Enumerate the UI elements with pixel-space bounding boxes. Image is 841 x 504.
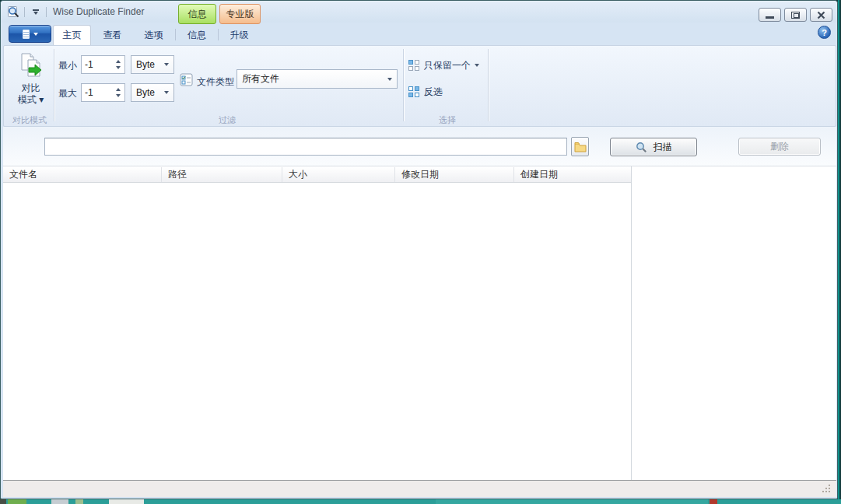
window-title: Wise Duplicate Finder xyxy=(53,6,144,17)
taskbar-sliver xyxy=(0,499,841,504)
tab-home[interactable]: 主页 xyxy=(53,25,91,45)
minimize-icon xyxy=(766,16,774,19)
taskbar-fragment xyxy=(75,499,83,504)
folder-icon xyxy=(574,142,587,152)
file-type-value: 所有文件 xyxy=(242,72,279,86)
column-header-size[interactable]: 大小 xyxy=(282,167,395,182)
spin-up-icon xyxy=(116,88,121,91)
group-separator xyxy=(54,49,54,121)
titlebar: Wise Duplicate Finder 信息 专业版 xyxy=(1,1,837,23)
column-header-modified-date[interactable]: 修改日期 xyxy=(395,167,514,182)
chevron-down-icon xyxy=(387,78,392,81)
keep-one-label: 只保留一个 xyxy=(424,59,471,72)
quick-access-dropdown-button[interactable] xyxy=(29,6,42,18)
invert-selection-button[interactable]: 反选 xyxy=(408,85,443,99)
compare-mode-button[interactable]: 对比 模式 ▾ xyxy=(10,48,51,113)
contextual-badge-pro[interactable]: 专业版 xyxy=(219,4,261,24)
min-size-spin-buttons[interactable] xyxy=(112,56,124,73)
ribbon-body: 对比 模式 ▾ 对比模式 最小 Byte 最大 Byte xyxy=(3,45,836,127)
search-icon xyxy=(636,142,647,153)
taskbar-fragment xyxy=(51,499,68,504)
compare-mode-label-line2: 模式 ▾ xyxy=(18,94,44,106)
column-header-path[interactable]: 路径 xyxy=(162,167,282,182)
results-area: 文件名 路径 大小 修改日期 创建日期 xyxy=(3,166,836,480)
max-unit-value: Byte xyxy=(136,87,155,98)
close-button[interactable] xyxy=(810,8,832,22)
max-size-label: 最大 xyxy=(58,87,77,100)
taskbar-fragment xyxy=(8,499,26,504)
tab-upgrade[interactable]: 升级 xyxy=(219,25,260,45)
chevron-down-icon xyxy=(475,64,479,67)
app-window: Wise Duplicate Finder 信息 专业版 主页 查看 选项 信息… xyxy=(0,0,838,499)
max-unit-dropdown[interactable]: Byte xyxy=(131,83,174,102)
app-logo-magnifier-icon xyxy=(7,5,20,19)
resize-grip-icon[interactable] xyxy=(822,484,832,494)
invert-selection-icon xyxy=(408,86,420,98)
spin-up-icon xyxy=(116,60,121,63)
max-size-spinner xyxy=(81,83,125,102)
chevron-down-icon xyxy=(33,12,38,15)
invert-selection-label: 反选 xyxy=(424,86,443,99)
maximize-icon xyxy=(791,12,800,19)
taskbar-fragment xyxy=(109,499,144,504)
app-menu-button[interactable] xyxy=(9,25,51,43)
column-header-filename[interactable]: 文件名 xyxy=(3,167,162,182)
ribbon-tab-row: 主页 查看 选项 信息 升级 ? xyxy=(1,23,837,45)
group-separator xyxy=(403,49,404,121)
keep-one-icon xyxy=(408,60,420,72)
taskbar-fragment xyxy=(710,499,717,504)
group-label-select: 选择 xyxy=(408,114,486,126)
close-icon xyxy=(817,11,825,19)
max-size-input[interactable] xyxy=(82,84,112,101)
group-separator xyxy=(488,49,489,121)
titlebar-separator xyxy=(24,7,25,17)
group-label-filter: 过滤 xyxy=(180,114,274,126)
keep-one-button[interactable]: 只保留一个 xyxy=(408,58,479,72)
min-size-label: 最小 xyxy=(58,59,77,72)
min-unit-value: Byte xyxy=(136,59,155,70)
toolbar: 扫描 删除 xyxy=(3,127,836,166)
min-size-spinner xyxy=(81,55,125,74)
group-label-compare: 对比模式 xyxy=(5,114,54,126)
help-button[interactable]: ? xyxy=(818,26,831,39)
column-header-created-date[interactable]: 创建日期 xyxy=(514,167,631,182)
chevron-down-icon xyxy=(164,63,169,66)
file-type-dropdown[interactable]: 所有文件 xyxy=(237,69,398,89)
max-size-spin-buttons[interactable] xyxy=(112,84,124,101)
preview-panel xyxy=(632,166,836,481)
delete-button[interactable]: 删除 xyxy=(738,138,821,156)
document-icon xyxy=(23,30,30,39)
chevron-down-icon xyxy=(33,33,38,36)
tab-view[interactable]: 查看 xyxy=(93,25,132,45)
browse-folder-button[interactable] xyxy=(571,137,589,156)
tab-info[interactable]: 信息 xyxy=(177,25,217,45)
titlebar-separator xyxy=(46,7,47,17)
compare-documents-icon xyxy=(17,52,45,80)
min-unit-dropdown[interactable]: Byte xyxy=(131,55,174,74)
tab-separator xyxy=(175,29,176,40)
delete-button-label: 删除 xyxy=(770,140,789,153)
scan-button-label: 扫描 xyxy=(654,141,672,154)
taskbar-fragment xyxy=(0,499,6,504)
status-bar xyxy=(3,480,836,497)
contextual-badge-info[interactable]: 信息 xyxy=(178,4,216,24)
scan-button[interactable]: 扫描 xyxy=(610,138,697,156)
spin-down-icon xyxy=(116,66,121,69)
results-table-header: 文件名 路径 大小 修改日期 创建日期 xyxy=(3,167,631,183)
maximize-button[interactable] xyxy=(784,8,807,22)
qat-bar-icon xyxy=(33,9,39,11)
desktop-edge xyxy=(838,0,839,504)
file-type-checklist-icon xyxy=(180,73,193,86)
minimize-button[interactable] xyxy=(759,8,781,22)
file-type-label: 文件类型 xyxy=(197,75,234,89)
spin-down-icon xyxy=(116,94,121,97)
taskbar-fragment xyxy=(436,499,708,504)
tab-options[interactable]: 选项 xyxy=(133,25,174,45)
chevron-down-icon xyxy=(164,91,169,94)
min-size-input[interactable] xyxy=(82,56,112,73)
compare-mode-label-line1: 对比 xyxy=(22,82,40,94)
scan-path-input[interactable] xyxy=(44,138,567,156)
